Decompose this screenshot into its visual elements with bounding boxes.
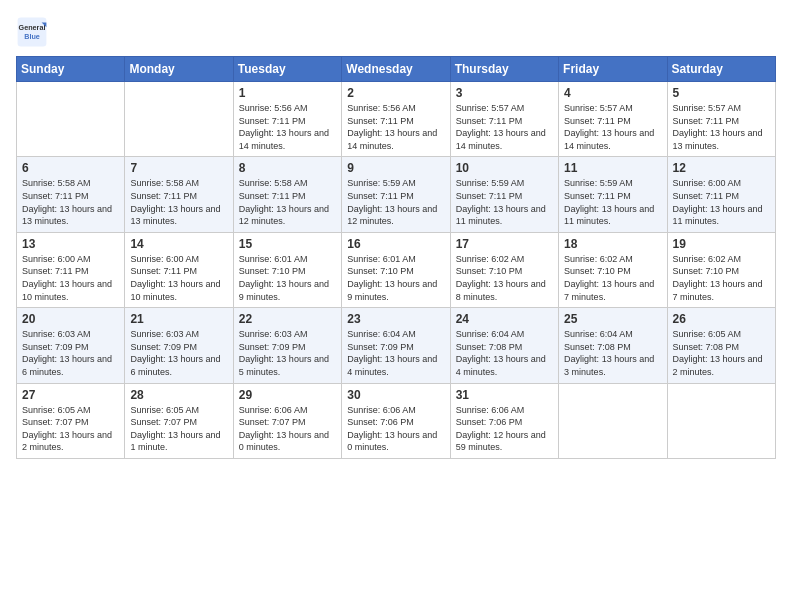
- day-info: Sunrise: 5:58 AM Sunset: 7:11 PM Dayligh…: [130, 177, 227, 227]
- calendar-day-cell: [125, 82, 233, 157]
- calendar-day-cell: 24Sunrise: 6:04 AM Sunset: 7:08 PM Dayli…: [450, 308, 558, 383]
- logo-icon: General Blue: [16, 16, 48, 48]
- day-info: Sunrise: 6:01 AM Sunset: 7:10 PM Dayligh…: [347, 253, 444, 303]
- day-number: 3: [456, 86, 553, 100]
- day-info: Sunrise: 5:57 AM Sunset: 7:11 PM Dayligh…: [456, 102, 553, 152]
- calendar-day-cell: 3Sunrise: 5:57 AM Sunset: 7:11 PM Daylig…: [450, 82, 558, 157]
- day-number: 5: [673, 86, 770, 100]
- calendar-header-day: Thursday: [450, 57, 558, 82]
- calendar-day-cell: 1Sunrise: 5:56 AM Sunset: 7:11 PM Daylig…: [233, 82, 341, 157]
- calendar-week-row: 20Sunrise: 6:03 AM Sunset: 7:09 PM Dayli…: [17, 308, 776, 383]
- day-info: Sunrise: 6:00 AM Sunset: 7:11 PM Dayligh…: [673, 177, 770, 227]
- day-number: 20: [22, 312, 119, 326]
- calendar-week-row: 1Sunrise: 5:56 AM Sunset: 7:11 PM Daylig…: [17, 82, 776, 157]
- day-number: 31: [456, 388, 553, 402]
- calendar-week-row: 6Sunrise: 5:58 AM Sunset: 7:11 PM Daylig…: [17, 157, 776, 232]
- day-number: 21: [130, 312, 227, 326]
- calendar-day-cell: [17, 82, 125, 157]
- calendar-header-day: Friday: [559, 57, 667, 82]
- logo: General Blue: [16, 16, 48, 48]
- calendar-day-cell: 19Sunrise: 6:02 AM Sunset: 7:10 PM Dayli…: [667, 232, 775, 307]
- day-number: 27: [22, 388, 119, 402]
- calendar-day-cell: 7Sunrise: 5:58 AM Sunset: 7:11 PM Daylig…: [125, 157, 233, 232]
- day-info: Sunrise: 6:02 AM Sunset: 7:10 PM Dayligh…: [673, 253, 770, 303]
- day-info: Sunrise: 6:05 AM Sunset: 7:07 PM Dayligh…: [130, 404, 227, 454]
- day-number: 2: [347, 86, 444, 100]
- calendar-day-cell: [559, 383, 667, 458]
- calendar-day-cell: 23Sunrise: 6:04 AM Sunset: 7:09 PM Dayli…: [342, 308, 450, 383]
- calendar-day-cell: 13Sunrise: 6:00 AM Sunset: 7:11 PM Dayli…: [17, 232, 125, 307]
- calendar-day-cell: 20Sunrise: 6:03 AM Sunset: 7:09 PM Dayli…: [17, 308, 125, 383]
- day-info: Sunrise: 6:02 AM Sunset: 7:10 PM Dayligh…: [456, 253, 553, 303]
- day-info: Sunrise: 6:02 AM Sunset: 7:10 PM Dayligh…: [564, 253, 661, 303]
- day-info: Sunrise: 5:57 AM Sunset: 7:11 PM Dayligh…: [564, 102, 661, 152]
- day-info: Sunrise: 6:06 AM Sunset: 7:06 PM Dayligh…: [347, 404, 444, 454]
- day-info: Sunrise: 6:05 AM Sunset: 7:07 PM Dayligh…: [22, 404, 119, 454]
- day-info: Sunrise: 6:01 AM Sunset: 7:10 PM Dayligh…: [239, 253, 336, 303]
- calendar-day-cell: 4Sunrise: 5:57 AM Sunset: 7:11 PM Daylig…: [559, 82, 667, 157]
- calendar-day-cell: 16Sunrise: 6:01 AM Sunset: 7:10 PM Dayli…: [342, 232, 450, 307]
- calendar-day-cell: 26Sunrise: 6:05 AM Sunset: 7:08 PM Dayli…: [667, 308, 775, 383]
- day-number: 19: [673, 237, 770, 251]
- day-number: 15: [239, 237, 336, 251]
- page-header: General Blue: [16, 16, 776, 48]
- calendar-day-cell: 29Sunrise: 6:06 AM Sunset: 7:07 PM Dayli…: [233, 383, 341, 458]
- day-info: Sunrise: 6:03 AM Sunset: 7:09 PM Dayligh…: [22, 328, 119, 378]
- calendar-day-cell: 27Sunrise: 6:05 AM Sunset: 7:07 PM Dayli…: [17, 383, 125, 458]
- calendar-day-cell: 17Sunrise: 6:02 AM Sunset: 7:10 PM Dayli…: [450, 232, 558, 307]
- day-info: Sunrise: 5:56 AM Sunset: 7:11 PM Dayligh…: [347, 102, 444, 152]
- day-number: 13: [22, 237, 119, 251]
- day-info: Sunrise: 6:03 AM Sunset: 7:09 PM Dayligh…: [130, 328, 227, 378]
- calendar-day-cell: 14Sunrise: 6:00 AM Sunset: 7:11 PM Dayli…: [125, 232, 233, 307]
- calendar-header-day: Sunday: [17, 57, 125, 82]
- calendar-day-cell: 30Sunrise: 6:06 AM Sunset: 7:06 PM Dayli…: [342, 383, 450, 458]
- day-info: Sunrise: 5:58 AM Sunset: 7:11 PM Dayligh…: [239, 177, 336, 227]
- calendar-header-row: SundayMondayTuesdayWednesdayThursdayFrid…: [17, 57, 776, 82]
- calendar-day-cell: 12Sunrise: 6:00 AM Sunset: 7:11 PM Dayli…: [667, 157, 775, 232]
- calendar-week-row: 13Sunrise: 6:00 AM Sunset: 7:11 PM Dayli…: [17, 232, 776, 307]
- calendar-header-day: Saturday: [667, 57, 775, 82]
- calendar-day-cell: 15Sunrise: 6:01 AM Sunset: 7:10 PM Dayli…: [233, 232, 341, 307]
- day-number: 28: [130, 388, 227, 402]
- day-number: 1: [239, 86, 336, 100]
- calendar-header-day: Tuesday: [233, 57, 341, 82]
- day-info: Sunrise: 6:03 AM Sunset: 7:09 PM Dayligh…: [239, 328, 336, 378]
- calendar-day-cell: 25Sunrise: 6:04 AM Sunset: 7:08 PM Dayli…: [559, 308, 667, 383]
- calendar-header-day: Wednesday: [342, 57, 450, 82]
- day-info: Sunrise: 5:57 AM Sunset: 7:11 PM Dayligh…: [673, 102, 770, 152]
- calendar-week-row: 27Sunrise: 6:05 AM Sunset: 7:07 PM Dayli…: [17, 383, 776, 458]
- day-number: 4: [564, 86, 661, 100]
- calendar-day-cell: 31Sunrise: 6:06 AM Sunset: 7:06 PM Dayli…: [450, 383, 558, 458]
- day-number: 7: [130, 161, 227, 175]
- day-number: 29: [239, 388, 336, 402]
- calendar-day-cell: 11Sunrise: 5:59 AM Sunset: 7:11 PM Dayli…: [559, 157, 667, 232]
- day-number: 22: [239, 312, 336, 326]
- calendar-day-cell: 28Sunrise: 6:05 AM Sunset: 7:07 PM Dayli…: [125, 383, 233, 458]
- day-info: Sunrise: 5:59 AM Sunset: 7:11 PM Dayligh…: [564, 177, 661, 227]
- calendar-day-cell: 5Sunrise: 5:57 AM Sunset: 7:11 PM Daylig…: [667, 82, 775, 157]
- day-info: Sunrise: 6:04 AM Sunset: 7:08 PM Dayligh…: [564, 328, 661, 378]
- calendar-day-cell: [667, 383, 775, 458]
- day-info: Sunrise: 5:58 AM Sunset: 7:11 PM Dayligh…: [22, 177, 119, 227]
- day-number: 26: [673, 312, 770, 326]
- day-number: 8: [239, 161, 336, 175]
- day-info: Sunrise: 6:06 AM Sunset: 7:06 PM Dayligh…: [456, 404, 553, 454]
- calendar-table: SundayMondayTuesdayWednesdayThursdayFrid…: [16, 56, 776, 459]
- day-number: 10: [456, 161, 553, 175]
- day-info: Sunrise: 5:59 AM Sunset: 7:11 PM Dayligh…: [456, 177, 553, 227]
- day-info: Sunrise: 6:06 AM Sunset: 7:07 PM Dayligh…: [239, 404, 336, 454]
- day-number: 25: [564, 312, 661, 326]
- calendar-day-cell: 9Sunrise: 5:59 AM Sunset: 7:11 PM Daylig…: [342, 157, 450, 232]
- day-number: 17: [456, 237, 553, 251]
- calendar-day-cell: 18Sunrise: 6:02 AM Sunset: 7:10 PM Dayli…: [559, 232, 667, 307]
- svg-text:General: General: [19, 23, 46, 32]
- day-number: 12: [673, 161, 770, 175]
- day-number: 23: [347, 312, 444, 326]
- day-number: 30: [347, 388, 444, 402]
- calendar-day-cell: 10Sunrise: 5:59 AM Sunset: 7:11 PM Dayli…: [450, 157, 558, 232]
- day-info: Sunrise: 6:05 AM Sunset: 7:08 PM Dayligh…: [673, 328, 770, 378]
- day-info: Sunrise: 6:00 AM Sunset: 7:11 PM Dayligh…: [130, 253, 227, 303]
- calendar-day-cell: 8Sunrise: 5:58 AM Sunset: 7:11 PM Daylig…: [233, 157, 341, 232]
- calendar-day-cell: 21Sunrise: 6:03 AM Sunset: 7:09 PM Dayli…: [125, 308, 233, 383]
- day-number: 6: [22, 161, 119, 175]
